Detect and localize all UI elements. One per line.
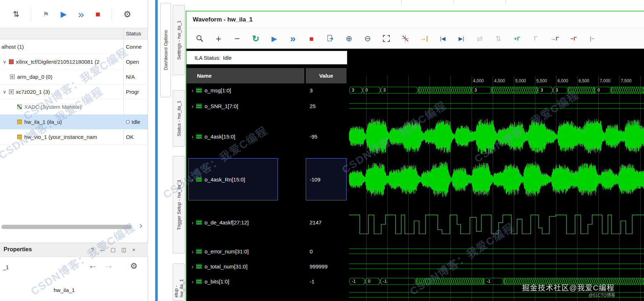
- signal-name-cell[interactable]: ›o_error_num[31:0]: [186, 244, 304, 259]
- properties-window-button[interactable]: ?: [91, 247, 94, 253]
- goto-trigger-icon[interactable]: →Γ: [550, 36, 559, 41]
- side-tab-etup-hw-ila-1[interactable]: etup - hw_ila_1: [173, 263, 185, 301]
- run-all-icon[interactable]: »: [78, 9, 84, 20]
- properties-window-button[interactable]: ◫: [122, 247, 127, 253]
- horizontal-scrollbar-thumb[interactable]: [1, 225, 132, 229]
- signal-name-box: ›o_error_num[31:0]: [188, 244, 278, 258]
- expand-arrow-icon[interactable]: ›: [192, 176, 193, 183]
- side-tab-settings-hw-ila-1[interactable]: Settings - hw_ila_1: [173, 5, 185, 75]
- expand-arrow-icon[interactable]: ›: [192, 133, 193, 140]
- signal-row[interactable]: ›o_de_4askf[27:12]2147: [186, 201, 349, 244]
- zoom-fit-icon[interactable]: [382, 34, 390, 43]
- expand-arrow-icon[interactable]: ›: [192, 219, 193, 225]
- value-column-header[interactable]: Value: [306, 68, 346, 83]
- signal-value-box: 3: [306, 84, 346, 97]
- signal-value-cell[interactable]: 0: [306, 244, 346, 259]
- signal-name-cell[interactable]: ›o_SNR_1[7:0]: [186, 97, 304, 115]
- signal-row[interactable]: ›o_msg[1:0]3: [186, 83, 349, 97]
- signal-name-cell[interactable]: ›o_de_4askf[27:12]: [186, 201, 304, 244]
- expand-chevron-icon[interactable]: ∨: [3, 59, 6, 64]
- edge-marker-icon[interactable]: |−: [588, 36, 596, 41]
- signal-name-cell[interactable]: ›o_total_num[31:0]: [186, 259, 304, 274]
- signal-value-cell[interactable]: 3: [306, 83, 346, 97]
- trigger-marker-icon[interactable]: →|: [420, 35, 428, 42]
- watermark-credit-sub: @51CTO博客: [589, 292, 615, 298]
- signal-value: -109: [310, 176, 320, 183]
- link-disabled-icon[interactable]: ⇅: [495, 35, 502, 42]
- signal-row[interactable]: ›o_bits[1:0]-1: [186, 274, 349, 289]
- prev-transition-icon[interactable]: |◀: [439, 36, 447, 41]
- run-immediate-icon[interactable]: ▶: [270, 35, 278, 42]
- side-tab-trigger-setup-hw-ila-1[interactable]: Trigger Setup - hw_ila_1: [173, 156, 185, 253]
- remove-probe-icon[interactable]: −: [233, 34, 241, 43]
- signal-name-cell[interactable]: ›o_bits[1:0]: [186, 274, 304, 289]
- signal-value-cell[interactable]: -109: [306, 158, 346, 201]
- scroll-right-chevron-icon[interactable]: ›: [139, 220, 142, 230]
- tree-label: hw_vio_1 (your_instance_nam: [24, 134, 97, 140]
- signal-value-cell[interactable]: 25: [306, 97, 346, 115]
- stop-icon[interactable]: ■: [95, 10, 100, 18]
- status-cell: Open: [126, 59, 139, 65]
- signal-name: o_4ask[15:0]: [205, 133, 235, 140]
- settings-icon[interactable]: ⚙: [123, 10, 131, 19]
- zoom-icon[interactable]: [196, 34, 204, 43]
- hardware-table-header: Status: [0, 28, 148, 39]
- export-ila-data-icon[interactable]: [326, 34, 334, 43]
- tree-row[interactable]: alhost (1)Conne: [0, 39, 148, 54]
- signal-name: o_msg[1:0]: [205, 87, 231, 93]
- run-trigger-icon[interactable]: ↻: [252, 34, 260, 43]
- signal-name-cell[interactable]: ›o_msg[1:0]: [186, 83, 304, 97]
- next-transition-icon[interactable]: ▶|: [457, 36, 465, 41]
- stop-trigger-icon[interactable]: ■: [308, 35, 315, 42]
- tree-row[interactable]: XADC (System Monitor): [0, 99, 148, 115]
- zoom-out-icon[interactable]: ⊖: [364, 35, 372, 43]
- forward-arrow-icon[interactable]: →: [104, 260, 113, 271]
- signal-value-cell[interactable]: 2147: [306, 201, 346, 244]
- tree-row[interactable]: ∨xilinx_tcf/Digilent/210512180081 (2Open: [0, 54, 148, 69]
- signal-value-cell[interactable]: 999999: [306, 259, 346, 274]
- properties-window-button[interactable]: —: [99, 247, 105, 253]
- signal-row[interactable]: ›o_error_num[31:0]0: [186, 244, 349, 259]
- run-icon[interactable]: ▶: [60, 10, 67, 18]
- properties-gear-icon[interactable]: ⚙: [130, 261, 138, 271]
- tree-row[interactable]: ∨xc7z020_1 (3)Progr: [0, 84, 148, 99]
- hardware-panel: ⇅⚑▶»■⚙ Status alhost (1)Conne∨xilinx_tcf…: [0, 0, 148, 301]
- signal-row[interactable]: ›o_4ask[15:0]-95: [186, 115, 349, 158]
- ila-icon: [17, 120, 22, 124]
- side-tab-dashboard-options[interactable]: Dashboard Options: [160, 3, 171, 97]
- back-arrow-icon[interactable]: ←: [88, 260, 98, 271]
- signal-value-cell[interactable]: -1: [306, 274, 346, 289]
- panel-splitter[interactable]: [155, 0, 158, 301]
- signal-name-cell[interactable]: ›o_4ask[15:0]: [186, 115, 304, 158]
- tree-row[interactable]: hw_ila_1 (ila_u)Idle: [0, 115, 148, 130]
- debug-flag-icon[interactable]: ⚑: [43, 11, 49, 18]
- expand-arrow-icon[interactable]: ›: [192, 263, 193, 270]
- name-column-header[interactable]: Name: [186, 68, 304, 83]
- waveform-title-bar[interactable]: Waveform - hw_ila_1: [186, 11, 644, 28]
- add-probe-icon[interactable]: +: [215, 34, 222, 43]
- run-all-icon[interactable]: »: [289, 34, 297, 44]
- expand-arrow-icon[interactable]: ›: [192, 103, 193, 109]
- expand-arrow-icon[interactable]: ›: [192, 278, 193, 285]
- side-tab-status-hw-ila-1[interactable]: Status - hw_ila_1: [173, 90, 185, 147]
- add-trigger-icon[interactable]: +Γ: [513, 36, 521, 41]
- expand-arrow-icon[interactable]: ›: [192, 248, 193, 254]
- crosshair-off-icon[interactable]: [401, 34, 409, 43]
- signal-row[interactable]: ›o_SNR_1[7:0]25: [186, 97, 349, 115]
- signal-row[interactable]: ›o_4ask_Rn[15:0]-109: [186, 158, 349, 201]
- expand-arrow-icon[interactable]: ›: [192, 87, 193, 93]
- properties-window-button[interactable]: ▢: [110, 247, 115, 253]
- properties-window-button[interactable]: ×: [132, 247, 136, 253]
- tree-row[interactable]: hw_vio_1 (your_instance_namOK: [0, 130, 148, 145]
- signal-row[interactable]: ›o_total_num[31:0]999999: [186, 259, 349, 274]
- swap-disabled-icon[interactable]: ⇄: [476, 35, 484, 42]
- waveform-canvas[interactable]: [349, 49, 644, 301]
- zoom-in-icon[interactable]: ⊕: [345, 35, 353, 43]
- remove-trigger-icon[interactable]: −Γ: [570, 36, 577, 41]
- expand-chevron-icon[interactable]: ∨: [3, 89, 6, 94]
- tree-row[interactable]: arm_dap_0 (0)N/A: [0, 69, 148, 84]
- signal-value-cell[interactable]: -95: [306, 115, 346, 158]
- collapse-all-icon[interactable]: ⇅: [13, 10, 19, 18]
- trigger-disabled-icon[interactable]: Γ: [532, 36, 540, 42]
- signal-name-cell[interactable]: ›o_4ask_Rn[15:0]: [186, 158, 304, 201]
